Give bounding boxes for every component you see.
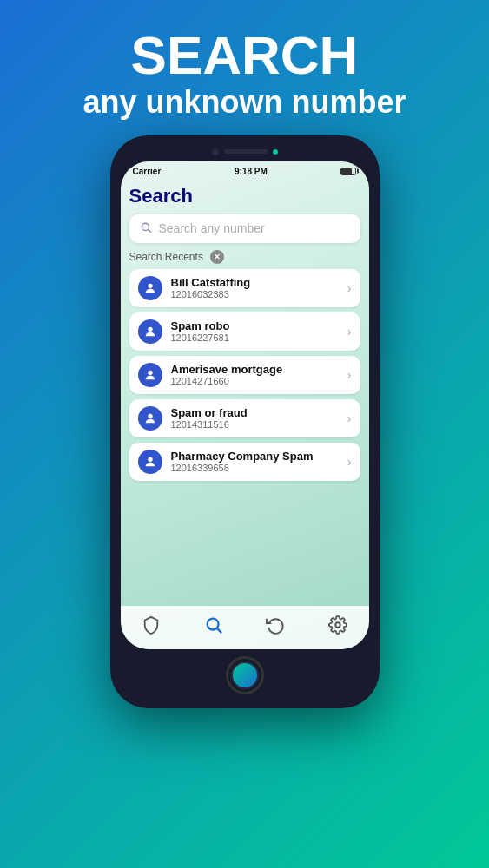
contact-name: Pharmacy Company Spam — [171, 450, 347, 463]
nav-history[interactable] — [256, 610, 294, 645]
chevron-right-icon: › — [347, 411, 352, 425]
clear-recents-button[interactable]: ✕ — [210, 250, 224, 264]
svg-point-3 — [148, 326, 152, 331]
contact-info: Bill Catstaffing 12016032383 — [171, 276, 347, 299]
contact-name: Bill Catstaffing — [171, 276, 347, 289]
camera-dot — [212, 148, 219, 155]
page-title: Search — [129, 185, 360, 207]
shield-icon — [142, 615, 161, 639]
contact-info: Spam robo 12016227681 — [171, 319, 347, 343]
svg-point-6 — [148, 457, 152, 461]
chevron-right-icon: › — [347, 281, 352, 295]
chevron-right-icon: › — [347, 368, 352, 382]
contact-item[interactable]: Spam or fraud 12014311516 › — [129, 399, 360, 437]
bottom-nav — [121, 606, 369, 649]
svg-line-1 — [148, 229, 150, 232]
contact-item[interactable]: Bill Catstaffing 12016032383 › — [129, 269, 360, 307]
chevron-right-icon: › — [347, 325, 352, 339]
chevron-right-icon: › — [347, 455, 352, 469]
headline-section: SEARCH any unknown number — [83, 26, 406, 120]
contact-item[interactable]: Spam robo 12016227681 › — [129, 312, 360, 351]
search-bar[interactable]: Search any number — [129, 214, 360, 243]
contact-avatar — [138, 276, 162, 300]
nav-search[interactable] — [195, 610, 233, 645]
svg-point-0 — [142, 223, 149, 230]
contact-avatar — [138, 450, 162, 474]
app-content: Search Search any number Search Recents … — [121, 178, 369, 606]
contact-name: Spam robo — [171, 319, 347, 332]
contact-number: 12016227681 — [171, 332, 347, 343]
recents-label: Search Recents — [129, 251, 203, 263]
contact-info: Pharmacy Company Spam 12016339658 — [171, 450, 347, 473]
svg-point-2 — [148, 283, 152, 287]
contact-list: Bill Catstaffing 12016032383 › Spam robo… — [129, 269, 360, 481]
recents-header: Search Recents ✕ — [129, 250, 360, 264]
contact-name: Spam or fraud — [171, 406, 347, 419]
search-placeholder: Search any number — [159, 221, 265, 235]
phone-bottom — [121, 649, 369, 698]
speaker — [224, 149, 268, 154]
headline-line2: any unknown number — [83, 85, 406, 120]
contact-item[interactable]: Amerisave mortgage 12014271660 › — [129, 356, 360, 394]
phone-notch — [121, 146, 369, 158]
contact-avatar — [138, 406, 162, 431]
headline-line1: SEARCH — [83, 26, 406, 85]
contact-number: 12014311516 — [171, 419, 347, 430]
svg-point-7 — [207, 619, 218, 630]
contact-number: 12016339658 — [171, 463, 347, 473]
nav-settings[interactable] — [319, 610, 357, 645]
home-button-inner — [231, 661, 259, 689]
search-nav-icon — [204, 615, 223, 639]
contact-name: Amerisave mortgage — [171, 363, 347, 376]
history-icon — [266, 615, 285, 639]
carrier-label: Carrier — [133, 167, 162, 176]
svg-point-4 — [148, 370, 152, 374]
contact-info: Amerisave mortgage 12014271660 — [171, 363, 347, 386]
contact-number: 12014271660 — [171, 376, 347, 386]
gear-icon — [328, 615, 347, 639]
contact-number: 12016032383 — [171, 289, 347, 299]
home-button[interactable] — [226, 656, 264, 694]
search-icon — [140, 221, 152, 236]
svg-point-5 — [148, 413, 152, 418]
svg-point-9 — [335, 623, 340, 628]
contact-info: Spam or fraud 12014311516 — [171, 406, 347, 430]
status-bar: Carrier 9:18 PM — [121, 161, 369, 178]
contact-avatar — [138, 363, 162, 387]
phone-frame: Carrier 9:18 PM Search Search any number — [110, 135, 380, 708]
time-label: 9:18 PM — [235, 167, 268, 176]
battery-icon — [340, 168, 356, 175]
phone-screen: Carrier 9:18 PM Search Search any number — [121, 161, 369, 649]
svg-line-8 — [217, 628, 221, 633]
battery-fill — [341, 168, 352, 174]
contact-avatar — [138, 319, 162, 344]
led — [273, 149, 278, 155]
contact-item[interactable]: Pharmacy Company Spam 12016339658 › — [129, 443, 360, 481]
nav-shield[interactable] — [132, 610, 170, 645]
status-icons — [340, 168, 356, 175]
